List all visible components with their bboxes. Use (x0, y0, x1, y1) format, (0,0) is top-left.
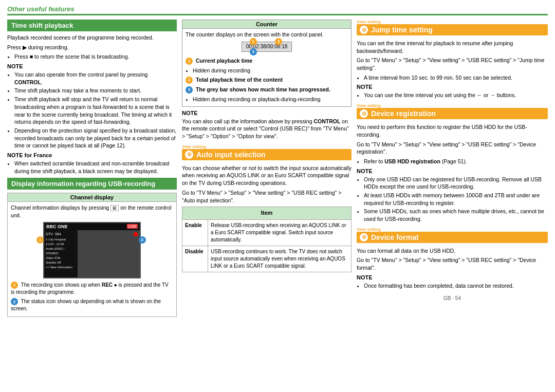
counter-strip: 1 2 00:02:38/00:08:18 3 (242, 42, 292, 52)
item1: 1 Current playback time (186, 57, 348, 65)
middle-note-text: You can also call up the information abo… (182, 118, 351, 140)
note2-header: NOTE for France (7, 152, 177, 158)
note2-item-1: When switched scramble broadcast and non… (14, 160, 177, 175)
channel-display-box: Channel display Channel information disp… (7, 193, 177, 317)
device-format-view-label: View setting (357, 227, 548, 232)
device-reg-header: ⚙ Device registration (357, 108, 548, 119)
item3-title: The grey bar shows how much time has pro… (196, 86, 330, 92)
page-number: GB · 54 (357, 290, 548, 301)
press-list: Press ■ to return the scene that is broa… (7, 53, 177, 61)
item1-bullet: Hidden during recording (193, 67, 348, 74)
col-left: Time shift playback Playback recorded sc… (7, 20, 177, 386)
tv-left-info: DTV 004 ≡ City Hospital 11:00 - 12:00 Au… (44, 230, 78, 277)
middle-note-title: NOTE (182, 110, 351, 116)
item1-list: Hidden during recording (186, 67, 348, 74)
auto-input-view-label: View setting (182, 144, 351, 149)
item-table-header: Item (182, 207, 351, 219)
caption1: 1 The recording icon shows up when REC ●… (11, 282, 173, 296)
note1-item-4: Depending on the protection signal speci… (14, 127, 177, 150)
jump-header: ⚙ Jump time setting (357, 24, 548, 35)
press-text: Press ▶ during recording. (7, 44, 177, 51)
section1-header: Time shift playback (7, 20, 177, 31)
caption1-num: 1 (11, 282, 18, 289)
jump-bullet: A time interval from 10 sec. to 99 min. … (364, 74, 548, 82)
right-note3-item: Once formatting has been completed, data… (364, 282, 548, 290)
section1-body: Playback recorded scenes of the programm… (7, 34, 177, 42)
right-note2-list: Only one USB HDD can be registered for U… (357, 176, 548, 223)
counter-content: The counter displays on the screen with … (182, 29, 351, 106)
rec-dot-icon (134, 232, 138, 236)
jump-section: View setting ⚙ Jump time setting (357, 20, 548, 35)
tv-channel-name: BBC ONE (46, 224, 68, 229)
counter-circle-1: 1 (250, 38, 257, 45)
item2-title: Total playback time of the content (196, 77, 283, 83)
item-table-header-row: Item (182, 207, 351, 219)
device-reg-view-label: View setting (357, 103, 548, 108)
note1-item-1: You can also operate from the control pa… (14, 71, 177, 86)
item3-bullet: Hidden during recording or playback-duri… (193, 96, 348, 103)
jump-list: A time interval from 10 sec. to 99 min. … (357, 74, 548, 82)
device-format-goto: Go to "TV Menu" > "Setup" > "View settin… (357, 256, 548, 271)
note1-header: NOTE (7, 63, 177, 69)
note1-list: You can also operate from the control pa… (7, 71, 177, 150)
item1-num: 1 (186, 58, 193, 65)
item3: 3 The grey bar shows how much time has p… (186, 86, 348, 94)
device-format-header: ⚙ Device format (357, 232, 548, 243)
right-note3-list: Once formatting has been completed, data… (357, 282, 548, 290)
tv-subtitle: Subtitle Off (46, 260, 76, 265)
auto-input-goto: Go to "TV Menu" > "Setup" > "View settin… (182, 189, 351, 204)
jump-view-label: View setting (357, 20, 548, 24)
counter-circle-2: 2 (275, 38, 282, 45)
right-note2-item-1: Only one USB HDD can be registered for U… (364, 176, 548, 191)
tv-show: ≡ City Hospital (46, 237, 76, 242)
tv-main-area (78, 230, 140, 277)
tv-dtv: DTV 004 (46, 232, 76, 237)
jump-gear-icon: ⚙ (360, 26, 368, 34)
remote-button-icon: ⊞ (110, 205, 119, 211)
disable-label: Disable (182, 246, 208, 272)
page-header: Other useful features (7, 5, 548, 15)
page-header-title: Other useful features (7, 5, 75, 13)
tv-new: >> New information (46, 265, 76, 270)
device-format-body: You can format all data on the USB HDD. (357, 247, 548, 255)
disable-text: USB-recording continues to work. The TV … (208, 246, 351, 272)
device-format-gear-icon: ⚙ (360, 233, 368, 241)
tv-screen: BBC ONE LIVE DTV 004 ≡ City Hospital 11:… (43, 222, 141, 278)
live-badge: LIVE (127, 224, 138, 229)
device-reg-bullet: Refer to USB HDD registration (Page 51). (364, 158, 548, 165)
item3-list: Hidden during recording or playback-duri… (186, 96, 348, 103)
counter-text: The counter displays on the screen with … (186, 31, 348, 39)
item2: 2 Total playback time of the content (186, 76, 348, 84)
right-note2-title: NOTE (357, 168, 548, 174)
right-note1-title: NOTE (357, 84, 548, 90)
note1-item-3: Time shift playback will stop and the TV… (14, 96, 177, 126)
right-note2-item-3: Some USB HDDs, such as ones which have m… (364, 208, 548, 222)
right-note1-item: You can use the time interval you set us… (364, 91, 548, 99)
item-table: Item Enable Release USB-recording when r… (182, 207, 351, 272)
right-note1-list: You can use the time interval you set us… (357, 91, 548, 99)
item2-num: 2 (186, 77, 193, 84)
counter-box: Counter The counter displays on the scre… (182, 20, 351, 107)
device-reg-body: You need to perform this function to reg… (357, 123, 548, 138)
tv-circle-2: 2 (139, 236, 146, 244)
caption2-num: 2 (11, 298, 18, 305)
tv-circle-1: 1 (36, 236, 44, 244)
jump-body: You can set the time interval for playba… (357, 40, 548, 54)
counter-circle-3: 3 (250, 48, 257, 55)
auto-input-section: View setting ⚙ Auto input selection (182, 144, 351, 160)
auto-input-header: ⚙ Auto input selection (182, 149, 351, 160)
device-reg-goto: Go to "TV Menu" > "Setup" > "View settin… (357, 141, 548, 156)
tv-video: Video 576i (46, 256, 76, 260)
auto-input-body: You can choose whether or not to switch … (182, 164, 351, 187)
tv-top-bar: BBC ONE LIVE (44, 223, 140, 230)
counter-display: 1 2 00:02:38/00:08:18 3 (186, 42, 348, 52)
enable-text: Release USB-recording when receiving an … (208, 219, 351, 246)
tv-time: 11:00 - 12:00 (46, 242, 76, 247)
device-reg-list: Refer to USB HDD registration (Page 51). (357, 158, 548, 165)
enable-row: Enable Release USB-recording when receiv… (182, 219, 351, 246)
enable-label: Enable (182, 219, 208, 246)
channel-display-text: Channel information displays by pressing… (11, 204, 173, 219)
col-right: View setting ⚙ Jump time setting You can… (357, 20, 548, 386)
channel-display-content: Channel information displays by pressing… (8, 202, 176, 316)
device-format-section: View setting ⚙ Device format (357, 227, 548, 243)
